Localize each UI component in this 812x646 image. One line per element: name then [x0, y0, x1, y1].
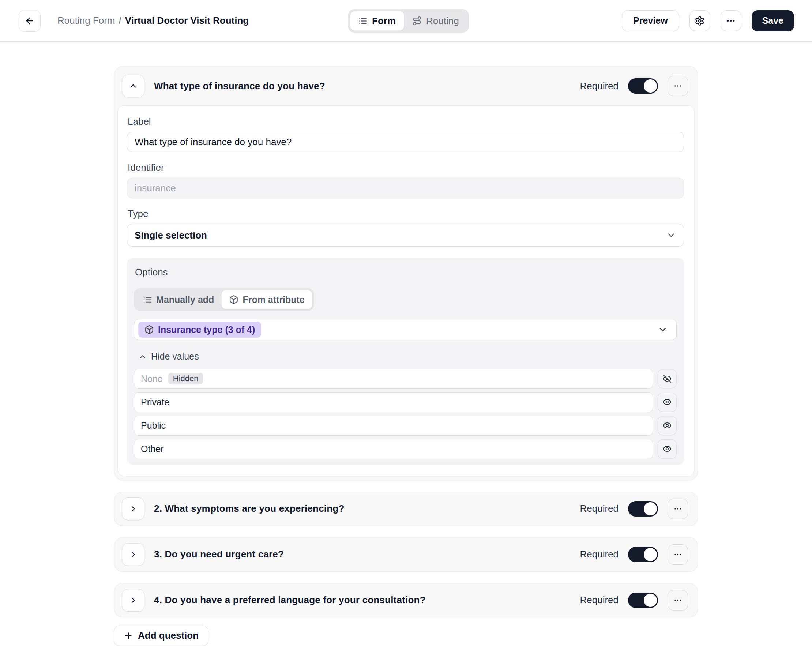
add-question-button[interactable]: Add question: [114, 626, 209, 646]
toggle-knob: [644, 594, 657, 607]
hide-values-button[interactable]: Hide values: [139, 351, 199, 362]
ellipsis-icon: [673, 82, 682, 90]
value-box-other: Other: [134, 439, 653, 459]
from-attribute-tab[interactable]: From attribute: [221, 290, 312, 309]
add-question-label: Add question: [138, 630, 198, 641]
question-3-header: 3. Do you need urgent care? Required: [114, 538, 698, 571]
manually-add-tab[interactable]: Manually add: [136, 290, 221, 309]
question-title: 4. Do you have a preferred language for …: [154, 594, 426, 606]
required-toggle[interactable]: [628, 547, 658, 562]
form-questions-list: What type of insurance do you have? Requ…: [114, 66, 698, 646]
required-toggle[interactable]: [628, 501, 658, 516]
back-button[interactable]: [19, 10, 41, 32]
breadcrumb-section[interactable]: Routing Form: [57, 15, 115, 26]
required-label: Required: [580, 594, 618, 606]
question-title: What type of insurance do you have?: [154, 81, 325, 92]
required-toggle[interactable]: [628, 78, 658, 94]
toggle-knob: [644, 79, 657, 93]
question-card-4: 4. Do you have a preferred language for …: [114, 583, 698, 617]
question-card-1: What type of insurance do you have? Requ…: [114, 66, 698, 480]
header-actions: Preview Save: [622, 10, 794, 32]
label-input[interactable]: [127, 132, 684, 152]
collapse-question-button[interactable]: [122, 75, 145, 97]
view-switcher: Form Routing: [348, 9, 469, 32]
question-menu-button[interactable]: [667, 499, 688, 519]
type-field-group: Type Single selection: [127, 208, 684, 247]
identifier-field-group: Identifier: [127, 162, 684, 198]
question-1-header: What type of insurance do you have? Requ…: [114, 67, 698, 105]
question-editor-panel: Label Identifier Type Single selection: [118, 105, 694, 476]
more-options-button[interactable]: [720, 10, 742, 31]
toggle-value-visibility-button[interactable]: [658, 416, 677, 435]
question-menu-button[interactable]: [667, 76, 688, 96]
identifier-field-label: Identifier: [128, 162, 684, 173]
breadcrumb: Routing Form / Virtual Doctor Visit Rout…: [57, 15, 249, 26]
settings-button[interactable]: [690, 10, 710, 31]
toggle-knob: [644, 502, 657, 515]
eye-off-icon: [663, 374, 672, 383]
attribute-select[interactable]: Insurance type (3 of 4): [134, 319, 677, 340]
type-field-label: Type: [128, 208, 684, 220]
preview-button[interactable]: Preview: [622, 10, 679, 32]
manually-add-label: Manually add: [156, 295, 214, 305]
tab-form[interactable]: Form: [350, 11, 404, 31]
question-3-controls: Required: [580, 544, 688, 565]
chevron-right-icon: [128, 550, 138, 559]
app-header: Routing Form / Virtual Doctor Visit Rout…: [0, 0, 812, 42]
chevron-down-icon: [657, 324, 668, 335]
hidden-badge: Hidden: [168, 373, 203, 385]
toggle-value-visibility-button[interactable]: [658, 369, 677, 388]
value-label: Other: [141, 444, 164, 454]
box-icon: [229, 295, 238, 304]
tab-form-label: Form: [372, 15, 396, 27]
question-2-header: 2. What symptoms are you experiencing? R…: [114, 492, 698, 526]
options-title: Options: [135, 267, 677, 278]
ellipsis-icon: [673, 504, 682, 513]
from-attribute-label: From attribute: [243, 295, 304, 305]
arrow-left-icon: [24, 16, 35, 26]
ellipsis-icon: [673, 550, 682, 559]
ellipsis-icon: [726, 16, 736, 26]
value-row: Other: [134, 439, 677, 459]
question-4-controls: Required: [580, 590, 688, 611]
type-select[interactable]: Single selection: [127, 224, 684, 247]
options-source-switcher: Manually add From attribute: [134, 288, 314, 311]
attribute-values-list: None Hidden Private: [134, 369, 677, 459]
type-select-value: Single selection: [134, 230, 207, 241]
list-icon: [359, 17, 368, 26]
required-toggle[interactable]: [628, 593, 658, 608]
plus-icon: [124, 631, 133, 640]
tab-routing[interactable]: Routing: [404, 11, 467, 31]
value-box-private: Private: [134, 392, 653, 412]
value-label: Public: [141, 420, 166, 431]
chevron-up-icon: [128, 81, 138, 91]
options-section: Options Manually add From a: [127, 258, 684, 465]
toggle-value-visibility-button[interactable]: [658, 439, 677, 459]
question-2-controls: Required: [580, 499, 688, 519]
breadcrumb-separator: /: [119, 15, 121, 26]
expand-question-button[interactable]: [122, 498, 145, 520]
question-title: 3. Do you need urgent care?: [154, 549, 284, 560]
chevron-up-icon: [139, 353, 147, 361]
question-menu-button[interactable]: [667, 590, 688, 611]
value-label: Private: [141, 397, 169, 408]
expand-question-button[interactable]: [122, 543, 145, 566]
expand-question-button[interactable]: [122, 589, 145, 612]
question-title: 2. What symptoms are you experiencing?: [154, 503, 345, 514]
box-icon: [145, 325, 154, 334]
value-box-public: Public: [134, 415, 653, 436]
question-4-header: 4. Do you have a preferred language for …: [114, 583, 698, 617]
toggle-value-visibility-button[interactable]: [658, 392, 677, 412]
breadcrumb-title: Virtual Doctor Visit Routing: [125, 15, 249, 26]
question-menu-button[interactable]: [667, 544, 688, 565]
save-button[interactable]: Save: [752, 10, 794, 32]
identifier-input: [127, 178, 684, 198]
hide-values-label: Hide values: [151, 351, 199, 362]
route-icon: [412, 16, 422, 26]
gear-icon: [694, 16, 705, 26]
list-icon: [143, 295, 152, 304]
value-label: None: [141, 374, 163, 384]
question-card-2: 2. What symptoms are you experiencing? R…: [114, 492, 698, 526]
value-box-none: None Hidden: [134, 369, 653, 389]
required-label: Required: [580, 549, 618, 560]
